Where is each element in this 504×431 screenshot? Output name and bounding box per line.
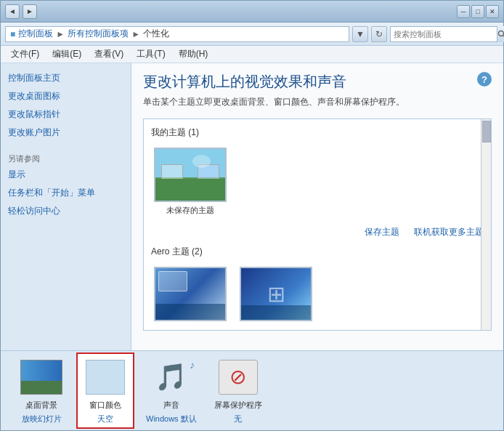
sidebar-link-taskbar[interactable]: 任务栏和「开始」菜单 [8, 187, 123, 199]
window-color-icon [84, 357, 127, 397]
unsaved-theme-thumbnail [154, 148, 227, 202]
themes-scroll[interactable]: 我的主题 (1) [151, 126, 484, 323]
unsaved-theme-label: 未保存的主题 [166, 205, 214, 216]
aero-theme-2-thumbnail: ⊞ [240, 267, 312, 321]
window-color-label: 窗口颜色 [89, 400, 121, 411]
title-bar: ◄ ► ─ □ ✕ [1, 1, 503, 23]
wallpaper-sublabel: 放映幻灯片 [22, 414, 62, 424]
menu-bar: 文件(F) 编辑(E) 查看(V) 工具(T) 帮助(H) [1, 46, 503, 63]
unsaved-theme-item[interactable]: 未保存的主题 [151, 145, 229, 219]
wallpaper-icon [20, 357, 63, 397]
sidebar-link-accessibility[interactable]: 轻松访问中心 [8, 205, 123, 217]
sidebar: 控制面板主页 更改桌面图标 更改鼠标指针 更改账户图片 另请参阅 显示 任务栏和… [1, 63, 131, 350]
menu-edit[interactable]: 编辑(E) [46, 47, 87, 62]
search-box [390, 26, 499, 42]
search-input[interactable] [391, 30, 497, 39]
nav-forward-button[interactable]: ► [23, 4, 37, 19]
save-theme-link[interactable]: 保存主题 [365, 226, 399, 238]
search-icon [497, 30, 504, 39]
address-path[interactable]: ■ 控制面板 ► 所有控制面板项 ► 个性化 [5, 26, 349, 42]
window-color-icon-graphic [86, 360, 125, 395]
sidebar-link-display[interactable]: 显示 [8, 169, 123, 181]
path-item-3[interactable]: 个性化 [143, 28, 169, 40]
search-button[interactable] [497, 26, 504, 42]
screensaver-label: 屏幕保护程序 [214, 400, 262, 411]
screensaver-icon [216, 357, 260, 397]
sidebar-link-mouse-pointer[interactable]: 更改鼠标指针 [8, 108, 123, 121]
sound-icon-graphic: 🎵 ♪ [155, 362, 187, 392]
path-separator-2: ► [131, 29, 140, 39]
actions-row: 保存主题 联机获取更多主题 [151, 226, 484, 238]
aero-theme-1[interactable]: Windows 7 [151, 264, 229, 323]
svg-point-0 [499, 31, 504, 36]
refresh-button[interactable]: ↻ [371, 26, 387, 42]
close-button[interactable]: ✕ [486, 5, 499, 18]
screensaver-icon-graphic [219, 360, 258, 395]
folder-icon: ■ [10, 29, 15, 39]
aero-themes-row: Windows 7 ⊞ Windows 经典 [151, 264, 484, 323]
page-title: 更改计算机上的视觉效果和声音 [143, 72, 492, 92]
my-themes-label: 我的主题 (1) [151, 126, 484, 139]
sound-sublabel: Windows 默认 [146, 414, 197, 424]
online-themes-link[interactable]: 联机获取更多主题 [414, 226, 484, 238]
scroll-thumb[interactable] [482, 121, 491, 142]
menu-tools[interactable]: 工具(T) [131, 47, 171, 62]
main-content: 控制面板主页 更改桌面图标 更改鼠标指针 更改账户图片 另请参阅 显示 任务栏和… [1, 63, 503, 350]
screensaver-sublabel: 无 [234, 414, 242, 424]
sound-toolbar-item[interactable]: 🎵 ♪ 声音 Windows 默认 [140, 354, 203, 427]
wallpaper-label: 桌面背景 [25, 400, 57, 411]
aero-themes-label: Aero 主题 (2) [151, 246, 484, 258]
address-dropdown-button[interactable]: ▼ [352, 26, 368, 42]
menu-help[interactable]: 帮助(H) [173, 47, 214, 62]
content-area: ? 更改计算机上的视觉效果和声音 单击某个主题立即更改桌面背景、窗口颜色、声音和… [131, 63, 503, 350]
aero-theme-1-thumbnail [154, 267, 227, 321]
bottom-toolbar: 桌面背景 放映幻灯片 窗口颜色 天空 🎵 ♪ 声音 Windows 默认 [1, 350, 503, 430]
wallpaper-icon-graphic [20, 360, 62, 395]
sound-icon: 🎵 ♪ [150, 357, 193, 397]
sound-label: 声音 [163, 400, 179, 411]
window: ◄ ► ─ □ ✕ ■ 控制面板 ► 所有控制面板项 ► 个性化 ▼ ↻ [0, 0, 504, 431]
address-bar: ■ 控制面板 ► 所有控制面板项 ► 个性化 ▼ ↻ [1, 23, 503, 46]
themes-container: 我的主题 (1) [143, 118, 492, 331]
path-item-2[interactable]: 所有控制面板项 [68, 28, 129, 40]
sidebar-link-account-picture[interactable]: 更改账户图片 [8, 126, 123, 139]
page-subtitle: 单击某个主题立即更改桌面背景、窗口颜色、声音和屏幕保护程序。 [143, 96, 492, 108]
nav-back-button[interactable]: ◄ [5, 4, 20, 19]
path-separator-1: ► [56, 29, 65, 39]
window-color-sublabel: 天空 [97, 414, 113, 424]
my-themes-row: 未保存的主题 [151, 145, 484, 219]
aero-theme-2[interactable]: ⊞ Windows 经典 [237, 264, 315, 323]
help-button[interactable]: ? [477, 72, 492, 86]
minimize-button[interactable]: ─ [457, 5, 470, 18]
window-color-toolbar-item[interactable]: 窗口颜色 天空 [76, 353, 134, 429]
window-controls: ─ □ ✕ [457, 5, 499, 18]
scroll-track[interactable] [481, 119, 491, 330]
also-see-title: 另请参阅 [8, 153, 123, 164]
menu-view[interactable]: 查看(V) [89, 47, 129, 62]
title-bar-left: ◄ ► [5, 4, 37, 19]
screensaver-toolbar-item[interactable]: 屏幕保护程序 无 [208, 354, 268, 427]
maximize-button[interactable]: □ [471, 5, 484, 18]
sidebar-link-home[interactable]: 控制面板主页 [8, 72, 123, 84]
path-item-1[interactable]: 控制面板 [18, 28, 53, 40]
sidebar-link-desktop-icons[interactable]: 更改桌面图标 [8, 90, 123, 102]
wallpaper-toolbar-item[interactable]: 桌面背景 放映幻灯片 [12, 354, 70, 427]
menu-file[interactable]: 文件(F) [5, 47, 45, 62]
